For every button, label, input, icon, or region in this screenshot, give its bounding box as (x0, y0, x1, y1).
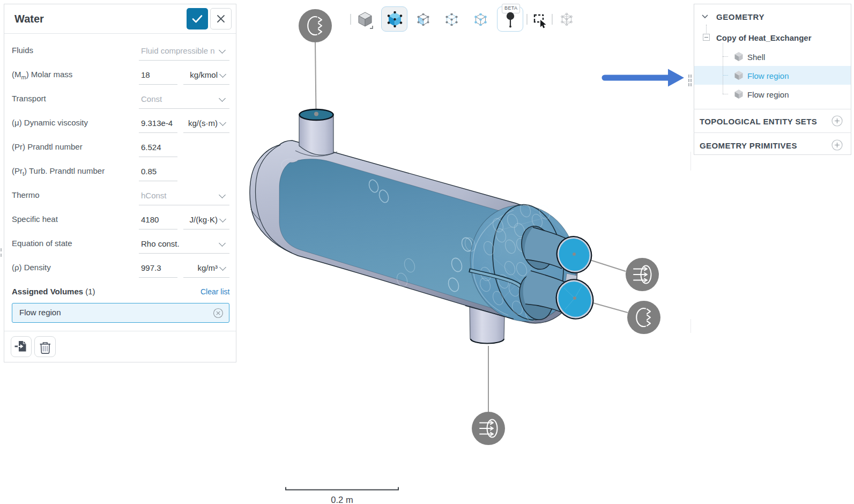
svg-text:0.2 m: 0.2 m (331, 495, 353, 504)
